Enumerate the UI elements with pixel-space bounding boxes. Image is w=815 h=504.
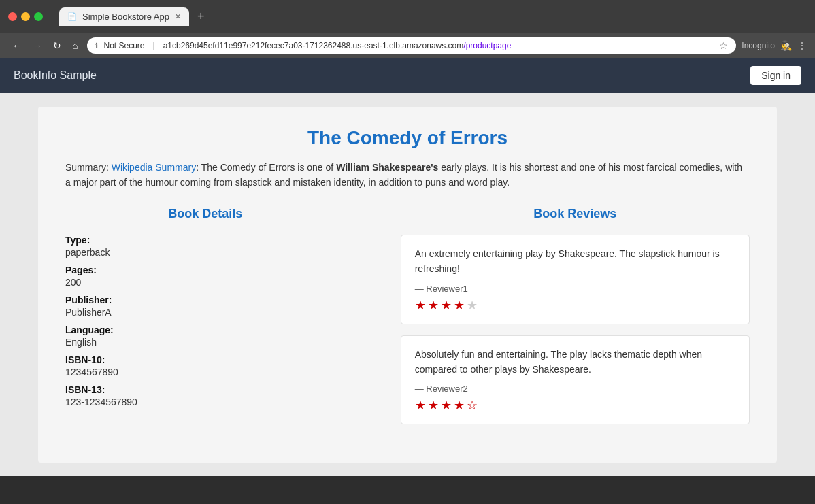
traffic-lights [8, 12, 43, 21]
publisher-value: PublisherA [65, 307, 346, 318]
language-value: English [65, 337, 346, 348]
new-tab-button[interactable]: + [192, 7, 210, 27]
sign-in-button[interactable]: Sign in [750, 66, 801, 85]
title-bar: 📄 Simple Bookstore App ✕ + [0, 0, 815, 33]
two-column-layout: Book Details Type: paperback Pages: 200 … [65, 207, 750, 436]
star-empty-icon: ★ [467, 298, 478, 313]
url-domain: a1cb269d45efd11e997e212fecec7a03-1712362… [163, 41, 714, 50]
tab-close-button[interactable]: ✕ [175, 12, 181, 21]
page-background: The Comedy of Errors Summary: Wikipedia … [0, 93, 815, 476]
incognito-label: Incognito [742, 41, 775, 50]
type-value: paperback [65, 247, 346, 258]
reviewer-name-1: — Reviewer1 [415, 284, 735, 294]
summary-label: Summary: [65, 162, 109, 173]
pages-value: 200 [65, 277, 346, 288]
stars-2: ★★★★☆ [415, 398, 735, 413]
stars-1: ★ ★ ★ ★ ★ [415, 298, 735, 313]
star-filled-icon: ★ [454, 398, 465, 413]
isbn13-label: ISBN-13: [65, 384, 346, 395]
book-reviews-title: Book Reviews [401, 207, 750, 221]
star-filled-icon: ★ [428, 398, 439, 413]
star-filled-icon: ★ [428, 298, 439, 313]
tab-bar: 📄 Simple Bookstore App ✕ + [59, 7, 807, 27]
forward-button[interactable]: → [29, 39, 46, 52]
back-button[interactable]: ← [8, 39, 26, 52]
book-reviews-column: Book Reviews An extremely entertaining p… [373, 207, 750, 436]
app-brand-label: BookInfo Sample [14, 69, 750, 82]
incognito-icon: 🕵 [780, 40, 792, 51]
active-tab[interactable]: 📄 Simple Bookstore App ✕ [59, 7, 189, 26]
book-details-column: Book Details Type: paperback Pages: 200 … [65, 207, 373, 436]
url-bar[interactable]: ℹ Not Secure | a1cb269d45efd11e997e212fe… [87, 37, 736, 54]
app-navbar: BookInfo Sample Sign in [0, 58, 815, 93]
security-info-icon: ℹ [95, 41, 98, 50]
review-text-1: An extremely entertaining play by Shakes… [415, 246, 735, 277]
security-label: Not Secure [103, 41, 144, 50]
star-filled-icon: ★ [415, 398, 426, 413]
type-label: Type: [65, 235, 346, 246]
url-separator: | [153, 41, 155, 50]
url-path-part: /productpage [463, 41, 511, 50]
tab-page-icon: 📄 [67, 12, 77, 21]
review-card-1: An extremely entertaining play by Shakes… [401, 235, 750, 324]
minimize-button[interactable] [21, 12, 30, 21]
browser-menu-button[interactable]: ⋮ [797, 40, 807, 51]
star-filled-icon: ★ [441, 298, 452, 313]
nav-buttons: ← → ↻ ⌂ [8, 39, 82, 52]
reviewer-name-2: — Reviewer2 [415, 384, 735, 394]
close-button[interactable] [8, 12, 17, 21]
tab-title: Simple Bookstore App [82, 12, 169, 22]
summary-bold-text: William Shakespeare's [336, 162, 438, 173]
star-empty-icon: ☆ [467, 398, 478, 413]
review-card-2: Absolutely fun and entertaining. The pla… [401, 335, 750, 425]
browser-chrome: 📄 Simple Bookstore App ✕ + ← → ↻ ⌂ ℹ Not… [0, 0, 815, 58]
summary-text-part1: : The Comedy of Errors is one of [196, 162, 336, 173]
review-text-2: Absolutely fun and entertaining. The pla… [415, 347, 735, 377]
main-content-card: The Comedy of Errors Summary: Wikipedia … [38, 107, 777, 463]
reload-button[interactable]: ↻ [49, 39, 65, 52]
publisher-label: Publisher: [65, 295, 346, 305]
book-details-title: Book Details [65, 207, 346, 221]
star-filled-icon: ★ [454, 298, 465, 313]
home-button[interactable]: ⌂ [68, 39, 82, 52]
isbn10-label: ISBN-10: [65, 354, 346, 365]
pages-label: Pages: [65, 265, 346, 275]
book-title: The Comedy of Errors [65, 127, 750, 149]
bookmark-star-icon[interactable]: ☆ [719, 40, 728, 51]
wikipedia-summary-link[interactable]: Wikipedia Summary [112, 162, 196, 173]
star-filled-icon: ★ [415, 298, 426, 313]
star-filled-icon: ★ [441, 398, 452, 413]
url-main-part: a1cb269d45efd11e997e212fecec7a03-1712362… [163, 41, 464, 50]
book-summary: Summary: Wikipedia Summary: The Comedy o… [65, 160, 750, 190]
maximize-button[interactable] [34, 12, 43, 21]
isbn13-value: 123-1234567890 [65, 397, 346, 407]
address-bar: ← → ↻ ⌂ ℹ Not Secure | a1cb269d45efd11e9… [0, 33, 815, 58]
language-label: Language: [65, 324, 346, 335]
isbn10-value: 1234567890 [65, 367, 346, 377]
